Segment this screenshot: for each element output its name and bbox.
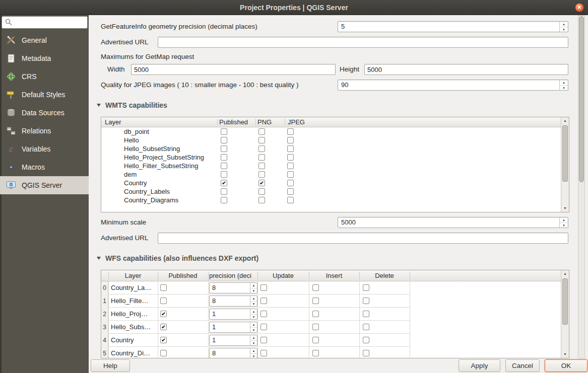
insert-checkbox[interactable]: [312, 324, 319, 330]
jpeg-quality-spinbox[interactable]: 90 ▲▼: [338, 80, 568, 91]
jpeg-checkbox[interactable]: [287, 197, 294, 203]
published-checkbox[interactable]: [221, 145, 227, 152]
wfs-section-header[interactable]: WFS capabilities (also influences DXF ex…: [97, 254, 258, 263]
scrollbar-handle[interactable]: [562, 125, 568, 182]
delete-checkbox[interactable]: [363, 350, 369, 356]
wfs-row-2[interactable]: 2Hello_Proj…✔1▲▼: [101, 308, 561, 321]
main-scrollbar[interactable]: [578, 15, 585, 358]
published-checkbox[interactable]: [221, 171, 227, 178]
png-checkbox[interactable]: [258, 137, 265, 143]
wmts-row-Country_Diagrams[interactable]: Country_Diagrams: [101, 196, 561, 204]
getfeatureinfo-precision-spinbox[interactable]: 5 ▲▼: [338, 21, 568, 32]
spin-up-icon[interactable]: ▲: [250, 309, 257, 315]
column-header-jpeg[interactable]: JPEG: [288, 117, 305, 127]
insert-checkbox[interactable]: [312, 297, 319, 304]
column-header-delete[interactable]: Delete: [375, 270, 394, 281]
published-checkbox[interactable]: [221, 137, 227, 143]
published-checkbox[interactable]: [221, 197, 227, 203]
column-header-update[interactable]: Update: [273, 270, 294, 281]
column-header-insert[interactable]: Insert: [326, 270, 343, 281]
spin-up-icon[interactable]: ▲: [560, 22, 568, 27]
spin-down-icon[interactable]: ▼: [250, 315, 257, 320]
advertised-url-input[interactable]: [158, 37, 568, 48]
wmts-section-header[interactable]: WMTS capabilities: [97, 101, 167, 110]
advertised-url-input-2[interactable]: [158, 233, 568, 244]
height-input[interactable]: [364, 64, 568, 75]
jpeg-checkbox[interactable]: [287, 180, 294, 186]
help-button[interactable]: Help: [91, 359, 130, 372]
sidebar-item-default-styles[interactable]: Default Styles: [0, 86, 89, 104]
update-checkbox[interactable]: [260, 284, 267, 291]
sidebar-item-metadata[interactable]: Metadata: [0, 49, 89, 67]
delete-checkbox[interactable]: [363, 324, 369, 330]
published-checkbox[interactable]: [221, 188, 227, 195]
update-checkbox[interactable]: [260, 324, 267, 330]
jpeg-checkbox[interactable]: [287, 128, 294, 135]
delete-checkbox[interactable]: [363, 311, 369, 317]
wfs-row-4[interactable]: 4Country✔1▲▼: [101, 334, 561, 347]
column-header-published[interactable]: Published: [168, 270, 197, 281]
wmts-row-Hello_Filter_SubsetString[interactable]: Hello_Filter_SubsetString: [101, 162, 561, 170]
close-button[interactable]: ✕: [575, 3, 584, 12]
update-checkbox[interactable]: [260, 350, 267, 356]
published-checkbox[interactable]: [221, 163, 227, 169]
spin-down-icon[interactable]: ▼: [560, 27, 568, 32]
update-checkbox[interactable]: [260, 337, 267, 343]
ok-button[interactable]: OK: [545, 359, 587, 372]
spin-down-icon[interactable]: ▼: [560, 86, 568, 91]
update-checkbox[interactable]: [260, 297, 267, 304]
minimum-scale-spinbox[interactable]: 5000 ▲▼: [338, 217, 568, 228]
published-checkbox[interactable]: [160, 297, 167, 304]
spin-down-icon[interactable]: ▼: [250, 302, 257, 307]
wfs-row-5[interactable]: 5Country_Di…8▲▼: [101, 347, 561, 358]
wmts-row-Country_Labels[interactable]: Country_Labels: [101, 187, 561, 196]
wmts-row-Country[interactable]: Country✔✔: [101, 179, 561, 187]
spin-up-icon[interactable]: ▲: [250, 322, 257, 328]
column-header-layer[interactable]: Layer: [105, 117, 121, 127]
width-input[interactable]: [131, 64, 336, 75]
main-scrollbar-handle[interactable]: [579, 16, 584, 182]
delete-checkbox[interactable]: [363, 297, 369, 304]
jpeg-checkbox[interactable]: [287, 154, 294, 161]
wmts-table-scrollbar[interactable]: ▲ ▼: [561, 117, 569, 212]
spin-up-icon[interactable]: ▲: [250, 335, 257, 341]
delete-checkbox[interactable]: [363, 337, 369, 343]
wmts-row-dem[interactable]: dem: [101, 170, 561, 179]
png-checkbox[interactable]: [258, 128, 265, 135]
spin-up-icon[interactable]: ▲: [560, 80, 568, 86]
wfs-table-scrollbar[interactable]: ▲ ▼: [561, 270, 569, 358]
scroll-down-icon[interactable]: ▼: [561, 351, 569, 358]
png-checkbox[interactable]: [258, 163, 265, 169]
png-checkbox[interactable]: ✔: [258, 180, 265, 186]
published-checkbox[interactable]: ✔: [160, 324, 167, 330]
published-checkbox[interactable]: ✔: [160, 311, 167, 317]
insert-checkbox[interactable]: [312, 337, 319, 343]
precision-spinbox[interactable]: 8▲▼: [209, 282, 257, 293]
update-checkbox[interactable]: [260, 311, 267, 317]
precision-spinbox[interactable]: 8▲▼: [209, 295, 257, 307]
scroll-up-icon[interactable]: ▲: [561, 117, 569, 124]
column-header-precision[interactable]: precision (deci: [209, 270, 257, 281]
jpeg-checkbox[interactable]: [287, 163, 294, 169]
sidebar-item-variables[interactable]: εVariables: [0, 140, 89, 158]
jpeg-checkbox[interactable]: [287, 171, 294, 178]
published-checkbox[interactable]: [221, 154, 227, 161]
jpeg-checkbox[interactable]: [287, 137, 294, 143]
column-header-published[interactable]: Published: [219, 117, 248, 127]
spin-up-icon[interactable]: ▲: [250, 296, 257, 302]
spin-up-icon[interactable]: ▲: [250, 283, 257, 288]
jpeg-checkbox[interactable]: [287, 145, 294, 152]
sidebar-item-data-sources[interactable]: Data Sources: [0, 104, 89, 122]
delete-checkbox[interactable]: [363, 284, 369, 291]
spin-down-icon[interactable]: ▼: [250, 341, 257, 346]
precision-spinbox[interactable]: 1▲▼: [209, 335, 257, 346]
png-checkbox[interactable]: [258, 154, 265, 161]
scroll-down-icon[interactable]: ▼: [561, 205, 569, 212]
published-checkbox[interactable]: [160, 350, 167, 356]
spin-down-icon[interactable]: ▼: [250, 328, 257, 333]
sidebar-item-relations[interactable]: Relations: [0, 122, 89, 140]
scrollbar-handle[interactable]: [562, 278, 568, 325]
search-input[interactable]: [2, 16, 88, 29]
wfs-row-3[interactable]: 3Hello_Subs…✔1▲▼: [101, 321, 561, 334]
png-checkbox[interactable]: [258, 171, 265, 178]
